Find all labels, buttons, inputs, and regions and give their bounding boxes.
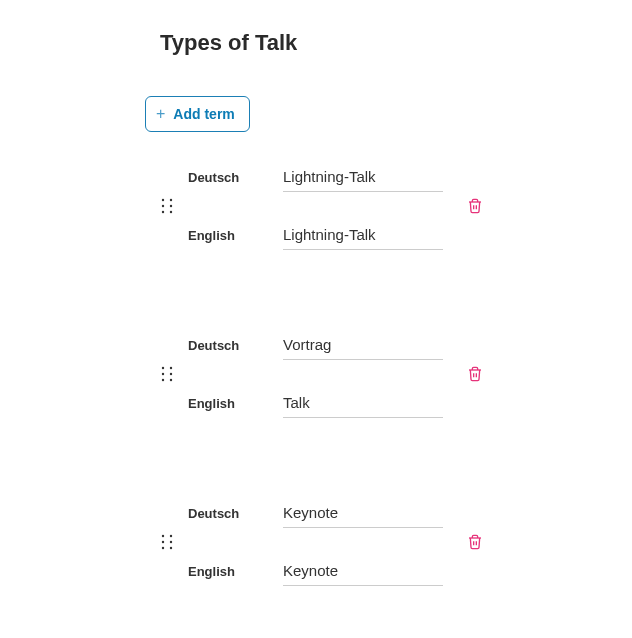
language-label-de: Deutsch	[188, 506, 283, 521]
language-label-de: Deutsch	[188, 170, 283, 185]
term-row: Deutsch English	[160, 162, 632, 250]
language-label-de: Deutsch	[188, 338, 283, 353]
svg-point-17	[170, 535, 172, 537]
svg-point-9	[170, 367, 172, 369]
drag-handle-icon[interactable]	[160, 198, 174, 214]
language-label-en: English	[188, 228, 283, 243]
term-row: Deutsch English	[160, 330, 632, 418]
add-term-button[interactable]: + Add term	[145, 96, 250, 132]
term-line-de: Deutsch	[188, 498, 443, 528]
term-language-pair: Deutsch English	[188, 162, 443, 250]
term-line-en: English	[188, 388, 443, 418]
add-term-label: Add term	[173, 106, 234, 122]
term-input-de[interactable]	[283, 498, 443, 528]
svg-point-0	[162, 199, 164, 201]
term-line-en: English	[188, 556, 443, 586]
term-line-en: English	[188, 220, 443, 250]
svg-point-3	[170, 205, 172, 207]
drag-handle-icon[interactable]	[160, 366, 174, 382]
svg-point-4	[162, 211, 164, 213]
term-input-en[interactable]	[283, 556, 443, 586]
svg-point-5	[170, 211, 172, 213]
term-line-de: Deutsch	[188, 330, 443, 360]
term-language-pair: Deutsch English	[188, 330, 443, 418]
term-input-en[interactable]	[283, 388, 443, 418]
svg-point-18	[162, 541, 164, 543]
svg-point-8	[162, 367, 164, 369]
page-title: Types of Talk	[160, 30, 632, 56]
svg-point-2	[162, 205, 164, 207]
trash-icon	[467, 366, 483, 382]
svg-point-21	[170, 547, 172, 549]
svg-point-13	[170, 379, 172, 381]
delete-term-button[interactable]	[463, 362, 487, 386]
svg-point-11	[170, 373, 172, 375]
term-language-pair: Deutsch English	[188, 498, 443, 586]
language-label-en: English	[188, 396, 283, 411]
term-row: Deutsch English	[160, 498, 632, 586]
svg-point-19	[170, 541, 172, 543]
term-line-de: Deutsch	[188, 162, 443, 192]
drag-handle-icon[interactable]	[160, 534, 174, 550]
delete-term-button[interactable]	[463, 530, 487, 554]
svg-point-16	[162, 535, 164, 537]
term-input-en[interactable]	[283, 220, 443, 250]
svg-point-1	[170, 199, 172, 201]
svg-point-12	[162, 379, 164, 381]
trash-icon	[467, 198, 483, 214]
plus-icon: +	[156, 105, 165, 123]
trash-icon	[467, 534, 483, 550]
svg-point-20	[162, 547, 164, 549]
svg-point-10	[162, 373, 164, 375]
term-input-de[interactable]	[283, 330, 443, 360]
term-input-de[interactable]	[283, 162, 443, 192]
language-label-en: English	[188, 564, 283, 579]
delete-term-button[interactable]	[463, 194, 487, 218]
